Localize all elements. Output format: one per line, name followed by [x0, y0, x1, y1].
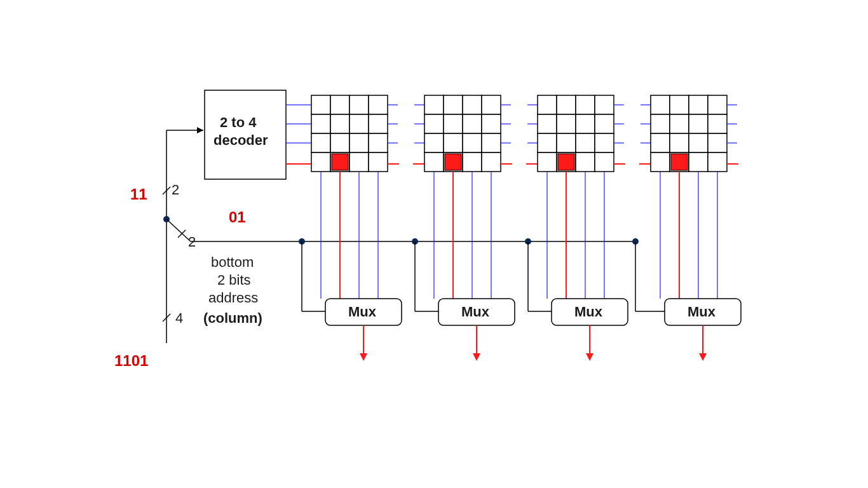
svg-text:decoder: decoder: [214, 132, 268, 148]
memory-bank-0: Mux: [299, 95, 402, 361]
svg-text:Mux: Mux: [574, 304, 603, 320]
mux-out-3: [699, 325, 707, 361]
mux-out-0: [360, 325, 367, 361]
svg-line-33: [166, 219, 191, 241]
svg-text:address: address: [208, 290, 258, 306]
memory-bank-1: Mux: [412, 95, 515, 361]
bus-width-row: 2: [172, 182, 179, 198]
column-note: bottom 2 bits address (column): [203, 254, 262, 326]
mux-out-2: [586, 325, 593, 361]
decoder-outputs: [286, 105, 301, 164]
memory-array-diagram: 4 1101 2 11 2 01 bottom 2 bits address (…: [0, 0, 868, 488]
decoder: 2 to 4 decoder: [205, 90, 286, 179]
svg-marker-32: [197, 127, 203, 133]
bus-width-4: 4: [175, 310, 183, 326]
memory-bank-2: Mux: [525, 95, 628, 361]
svg-text:2 bits: 2 bits: [217, 272, 251, 288]
memory-bank-3: Mux: [632, 95, 741, 361]
svg-text:Mux: Mux: [688, 304, 716, 320]
col-bits: 01: [229, 208, 246, 226]
mux-out-1: [473, 325, 480, 361]
svg-text:2 to 4: 2 to 4: [220, 114, 257, 130]
svg-text:Mux: Mux: [348, 304, 377, 320]
address-full: 1101: [114, 352, 148, 369]
svg-text:(column): (column): [203, 310, 262, 326]
row-bits: 11: [130, 186, 147, 203]
svg-text:bottom: bottom: [211, 254, 254, 270]
svg-text:Mux: Mux: [461, 304, 490, 320]
